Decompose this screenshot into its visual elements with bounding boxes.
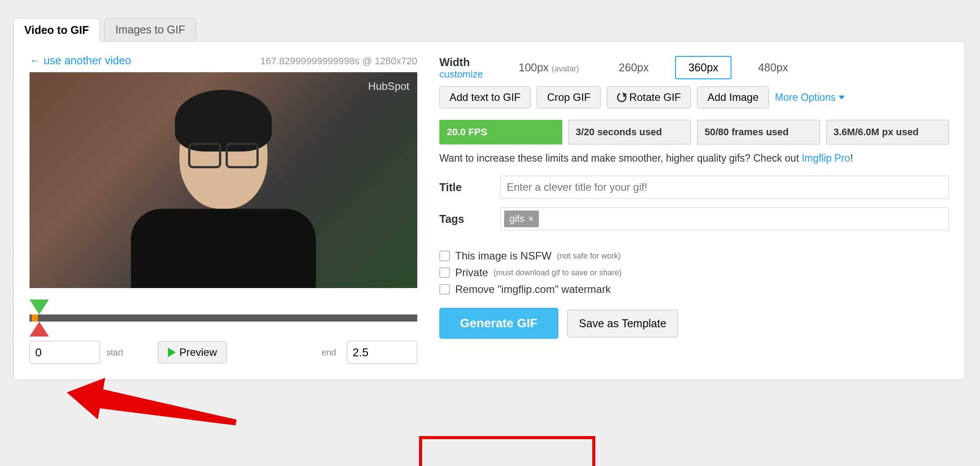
- width-option-260[interactable]: 260px: [605, 56, 662, 79]
- stats-row: 20.0 FPS 3/20 seconds used 50/80 frames …: [439, 120, 949, 144]
- tag-chip-gifs[interactable]: gifs ×: [504, 211, 539, 227]
- limits-text: Want to increase these limits and make s…: [439, 152, 949, 164]
- width-label-block: Width customize: [439, 56, 492, 80]
- stat-px: 3.6M/6.0M px used: [826, 120, 949, 144]
- annotation-red-box: [419, 436, 595, 466]
- title-row: Title: [439, 176, 949, 199]
- action-row: Generate GIF Save as Template: [439, 308, 949, 339]
- timeline[interactable]: [30, 297, 417, 341]
- width-customize-link[interactable]: customize: [439, 69, 492, 80]
- tab-video-to-gif[interactable]: Video to GIF: [13, 18, 100, 42]
- timeline-start-handle-icon[interactable]: [30, 300, 49, 314]
- crop-gif-button[interactable]: Crop GIF: [537, 86, 601, 108]
- tag-chip-label: gifs: [509, 213, 524, 225]
- tags-row: Tags gifs ×: [439, 207, 949, 230]
- rotate-gif-button-label: Rotate GIF: [629, 91, 681, 104]
- add-image-button[interactable]: Add Image: [697, 86, 768, 108]
- play-icon: [168, 348, 176, 357]
- tab-images-to-gif[interactable]: Images to GIF: [104, 18, 196, 41]
- more-options-link[interactable]: More Options: [775, 92, 845, 104]
- remove-watermark-checkbox[interactable]: [439, 284, 450, 295]
- video-meta-text: 167.82999999999998s @ 1280x720: [260, 55, 417, 67]
- rotate-icon: [616, 91, 628, 104]
- tag-remove-icon[interactable]: ×: [528, 213, 534, 225]
- private-row: Private (must download gif to save or sh…: [439, 266, 949, 279]
- nsfw-label: This image is NSFW: [455, 250, 552, 262]
- width-option-100-note: (avatar): [552, 64, 579, 73]
- tool-buttons-row: Add text to GIF Crop GIF Rotate GIF Add …: [439, 86, 949, 108]
- width-option-480[interactable]: 480px: [745, 56, 801, 79]
- stat-seconds: 3/20 seconds used: [568, 120, 691, 144]
- end-time-input[interactable]: [347, 341, 417, 364]
- private-checkbox[interactable]: [439, 267, 450, 278]
- tab-bar: Video to GIF Images to GIF: [13, 18, 967, 41]
- video-person-silhouette: [140, 94, 307, 288]
- right-column: Width customize 100px (avatar) 260px 360…: [439, 54, 949, 364]
- preview-button-label: Preview: [179, 346, 217, 359]
- generate-gif-button[interactable]: Generate GIF: [439, 308, 558, 339]
- title-input[interactable]: [500, 176, 949, 199]
- stat-frames: 50/80 frames used: [697, 120, 820, 144]
- nsfw-row: This image is NSFW (not safe for work): [439, 250, 949, 262]
- left-column: ← use another video 167.82999999999998s …: [30, 54, 417, 364]
- use-another-video-link[interactable]: ← use another video: [30, 54, 131, 67]
- main-panel: ← use another video 167.82999999999998s …: [13, 41, 965, 380]
- end-label: end: [322, 348, 336, 358]
- width-option-360[interactable]: 360px: [675, 56, 731, 79]
- tags-label: Tags: [439, 213, 492, 226]
- start-label: start: [106, 348, 123, 358]
- rotate-gif-button[interactable]: Rotate GIF: [607, 86, 691, 108]
- nsfw-checkbox[interactable]: [439, 251, 450, 261]
- preview-button[interactable]: Preview: [158, 341, 227, 363]
- width-option-100[interactable]: 100px (avatar): [505, 56, 592, 79]
- video-preview[interactable]: HubSpot: [30, 72, 417, 288]
- width-label: Width: [439, 56, 492, 69]
- title-label: Title: [439, 181, 492, 194]
- nsfw-note: (not safe for work): [557, 251, 621, 261]
- save-as-template-button[interactable]: Save as Template: [567, 310, 678, 337]
- stat-fps: 20.0 FPS: [439, 120, 562, 144]
- timeline-playhead-icon[interactable]: [32, 314, 38, 322]
- timeline-end-handle-icon[interactable]: [30, 322, 49, 337]
- private-label: Private: [455, 266, 488, 279]
- chevron-down-icon: [839, 96, 845, 100]
- annotation-red-arrow-icon: [67, 374, 234, 418]
- private-note: (must download gif to save or share): [494, 268, 622, 277]
- width-option-100-label: 100px: [519, 61, 549, 74]
- tags-input[interactable]: gifs ×: [500, 207, 949, 230]
- more-options-label: More Options: [775, 92, 836, 104]
- add-text-button[interactable]: Add text to GIF: [439, 86, 531, 108]
- start-time-input[interactable]: [30, 341, 100, 364]
- imgflip-pro-link[interactable]: Imgflip Pro: [802, 152, 850, 164]
- limits-prefix: Want to increase these limits and make s…: [439, 152, 802, 164]
- video-watermark: HubSpot: [368, 80, 409, 92]
- remove-watermark-row: Remove "imgflip.com" watermark: [439, 283, 949, 296]
- time-controls: start Preview end: [30, 341, 417, 364]
- timeline-track[interactable]: [30, 314, 417, 322]
- limits-suffix: !: [850, 152, 853, 164]
- remove-watermark-label: Remove "imgflip.com" watermark: [455, 283, 611, 296]
